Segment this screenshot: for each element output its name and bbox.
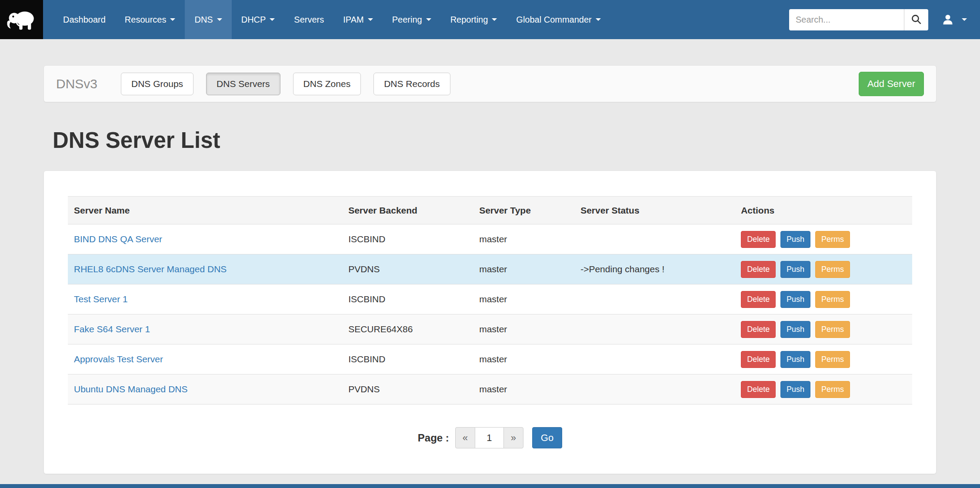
chevron-down-icon xyxy=(962,18,967,21)
nav-label: Dashboard xyxy=(63,15,106,25)
table-row: Test Server 1 ISCBIND master Delete Push… xyxy=(68,284,912,314)
table-row: Ubuntu DNS Managed DNS PVDNS master Dele… xyxy=(68,374,912,404)
perms-button[interactable]: Perms xyxy=(815,261,850,278)
perms-button[interactable]: Perms xyxy=(815,291,850,308)
cell-status xyxy=(574,344,735,374)
table-row: Fake S64 Server 1 SECURE64X86 master Del… xyxy=(68,314,912,344)
push-button[interactable]: Push xyxy=(780,261,810,278)
nav-resources[interactable]: Resources xyxy=(115,0,185,39)
tab-dns-servers[interactable]: DNS Servers xyxy=(206,73,280,95)
nav-label: Resources xyxy=(125,15,167,25)
nav-label: Peering xyxy=(392,15,422,25)
app-logo[interactable] xyxy=(0,0,43,39)
chevron-down-icon xyxy=(596,18,601,21)
cell-type: master xyxy=(473,254,574,284)
navbar-right xyxy=(789,0,980,39)
cell-type: master xyxy=(473,284,574,314)
main-navigation: Dashboard Resources DNS DHCP Servers IPA… xyxy=(53,0,610,39)
go-button[interactable]: Go xyxy=(532,427,562,448)
cell-status xyxy=(574,314,735,344)
cell-status: ->Pending changes ! xyxy=(574,254,735,284)
top-navbar: Dashboard Resources DNS DHCP Servers IPA… xyxy=(0,0,980,39)
pagination: Page : « » Go xyxy=(68,427,912,448)
cell-backend: PVDNS xyxy=(342,254,473,284)
server-link[interactable]: Fake S64 Server 1 xyxy=(74,324,150,334)
tab-dns-groups[interactable]: DNS Groups xyxy=(121,73,193,95)
nav-label: DNS xyxy=(194,15,213,25)
table-row: Approvals Test Server ISCBIND master Del… xyxy=(68,344,912,374)
delete-button[interactable]: Delete xyxy=(741,381,776,398)
cell-backend: SECURE64X86 xyxy=(342,314,473,344)
header-server-status: Server Status xyxy=(574,197,735,224)
push-button[interactable]: Push xyxy=(780,381,810,398)
chevron-down-icon xyxy=(170,18,175,21)
table-row: BIND DNS QA Server ISCBIND master Delete… xyxy=(68,224,912,254)
nav-label: Global Commander xyxy=(516,15,591,25)
header-server-type: Server Type xyxy=(473,197,574,224)
page-title: DNS Server List xyxy=(53,127,937,153)
delete-button[interactable]: Delete xyxy=(741,351,776,368)
cell-type: master xyxy=(473,344,574,374)
nav-servers[interactable]: Servers xyxy=(284,0,333,39)
chevron-down-icon xyxy=(492,18,497,21)
cell-status xyxy=(574,224,735,254)
nav-dhcp[interactable]: DHCP xyxy=(232,0,285,39)
server-link[interactable]: RHEL8 6cDNS Server Managed DNS xyxy=(74,264,227,274)
footer-bar xyxy=(0,484,980,488)
delete-button[interactable]: Delete xyxy=(741,321,776,338)
push-button[interactable]: Push xyxy=(780,231,810,248)
dnsv3-toolbar: DNSv3 DNS Groups DNS Servers DNS Zones D… xyxy=(43,65,937,102)
nav-dns[interactable]: DNS xyxy=(185,0,231,39)
chevron-down-icon xyxy=(217,18,222,21)
tab-dns-zones[interactable]: DNS Zones xyxy=(293,73,361,95)
nav-reporting[interactable]: Reporting xyxy=(441,0,507,39)
header-actions: Actions xyxy=(735,197,912,224)
search-button[interactable] xyxy=(904,9,928,30)
push-button[interactable]: Push xyxy=(780,351,810,368)
page-label: Page : xyxy=(418,432,449,444)
chevron-down-icon xyxy=(270,18,275,21)
cell-status xyxy=(574,284,735,314)
search-icon xyxy=(911,14,922,25)
perms-button[interactable]: Perms xyxy=(815,231,850,248)
perms-button[interactable]: Perms xyxy=(815,321,850,338)
push-button[interactable]: Push xyxy=(780,291,810,308)
cell-type: master xyxy=(473,374,574,404)
cell-type: master xyxy=(473,224,574,254)
nav-ipam[interactable]: IPAM xyxy=(333,0,382,39)
cell-status xyxy=(574,374,735,404)
next-page-button[interactable]: » xyxy=(503,427,523,448)
chevron-down-icon xyxy=(426,18,431,21)
perms-button[interactable]: Perms xyxy=(815,351,850,368)
delete-button[interactable]: Delete xyxy=(741,291,776,308)
add-server-button[interactable]: Add Server xyxy=(859,72,924,96)
search-input[interactable] xyxy=(789,9,904,30)
user-icon xyxy=(941,13,954,26)
pager-group: « » xyxy=(455,427,523,448)
server-link[interactable]: Test Server 1 xyxy=(74,294,128,304)
nav-label: Reporting xyxy=(450,15,488,25)
push-button[interactable]: Push xyxy=(780,321,810,338)
prev-page-button[interactable]: « xyxy=(455,427,475,448)
server-link[interactable]: BIND DNS QA Server xyxy=(74,234,162,244)
user-menu[interactable] xyxy=(941,13,967,26)
server-link[interactable]: Ubuntu DNS Managed DNS xyxy=(74,384,187,394)
server-link[interactable]: Approvals Test Server xyxy=(74,354,163,364)
server-list-panel: Server Name Server Backend Server Type S… xyxy=(43,170,937,474)
page-number-input[interactable] xyxy=(475,427,504,448)
cell-backend: ISCBIND xyxy=(342,344,473,374)
cell-backend: ISCBIND xyxy=(342,224,473,254)
perms-button[interactable]: Perms xyxy=(815,381,850,398)
nav-dashboard[interactable]: Dashboard xyxy=(53,0,115,39)
table-header-row: Server Name Server Backend Server Type S… xyxy=(68,197,912,224)
nav-peering[interactable]: Peering xyxy=(383,0,441,39)
header-server-backend: Server Backend xyxy=(342,197,473,224)
mammoth-logo-icon xyxy=(6,3,38,36)
delete-button[interactable]: Delete xyxy=(741,261,776,278)
cell-backend: PVDNS xyxy=(342,374,473,404)
nav-label: Servers xyxy=(294,15,324,25)
tab-dns-records[interactable]: DNS Records xyxy=(373,73,450,95)
delete-button[interactable]: Delete xyxy=(741,231,776,248)
nav-global-commander[interactable]: Global Commander xyxy=(507,0,610,39)
search-group xyxy=(789,9,928,30)
